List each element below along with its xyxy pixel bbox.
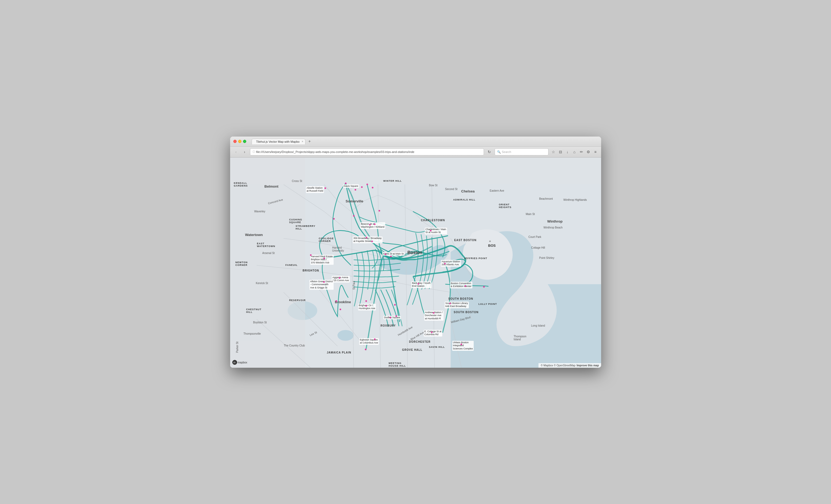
svg-rect-5 xyxy=(230,157,601,184)
title-bar: Tilehut.js Vector Map with Mapbo × + xyxy=(230,137,601,147)
traffic-lights xyxy=(233,140,246,143)
tools-icon[interactable]: ⚙ xyxy=(585,149,592,155)
svg-point-1 xyxy=(337,330,353,340)
reload-button[interactable]: ↻ xyxy=(486,149,492,155)
minimize-button[interactable] xyxy=(238,140,241,143)
nav-bar: ‹ › ⓘ file:///Users/leejoey/Dropbox/_Pro… xyxy=(230,147,601,157)
active-tab[interactable]: Tilehut.js Vector Map with Mapbo × xyxy=(252,139,306,144)
tab-close-icon[interactable]: × xyxy=(302,140,303,143)
url-text: file:///Users/leejoey/Dropbox/_Projects/… xyxy=(256,150,414,153)
menu-icon[interactable]: ≡ xyxy=(593,149,598,155)
pen-icon[interactable]: ✏ xyxy=(578,149,584,155)
improve-map-link[interactable]: Improve this map xyxy=(577,364,599,367)
svg-rect-4 xyxy=(230,157,305,368)
new-tab-button[interactable]: + xyxy=(307,138,313,145)
home-icon[interactable]: ⌂ xyxy=(572,149,577,155)
svg-text:+: + xyxy=(489,239,491,243)
map-container[interactable]: + xyxy=(230,157,601,368)
url-bar[interactable]: ⓘ file:///Users/leejoey/Dropbox/_Project… xyxy=(250,148,484,155)
forward-button[interactable]: › xyxy=(241,149,248,155)
tab-title: Tilehut.js Vector Map with Mapbo xyxy=(256,140,300,143)
bookmark-icon[interactable]: ☆ xyxy=(551,149,556,155)
download-icon[interactable]: ↓ xyxy=(565,149,571,155)
browser-window: Tilehut.js Vector Map with Mapbo × + ‹ ›… xyxy=(230,137,601,368)
nav-icons: ☆ ⊟ ↓ ⌂ ✏ ⚙ ≡ xyxy=(551,149,598,155)
close-button[interactable] xyxy=(233,140,236,143)
info-icon: ⓘ xyxy=(253,150,255,154)
reader-icon[interactable]: ⊟ xyxy=(557,149,564,155)
svg-rect-6 xyxy=(230,340,418,367)
mapbox-logo: m mapbox xyxy=(232,360,251,366)
search-box[interactable]: 🔍 Search xyxy=(495,148,548,155)
map-svg: + xyxy=(230,157,601,368)
svg-text:mapbox: mapbox xyxy=(238,361,247,364)
tab-bar: Tilehut.js Vector Map with Mapbo × + xyxy=(252,138,598,145)
map-credits: © Mapbox © OpenStreetMap Improve this ma… xyxy=(539,363,601,368)
maximize-button[interactable] xyxy=(243,140,246,143)
search-icon: 🔍 xyxy=(497,150,501,154)
search-placeholder: Search xyxy=(502,150,511,153)
mapbox-credit: © Mapbox © OpenStreetMap xyxy=(541,364,575,367)
svg-text:m: m xyxy=(233,361,235,364)
back-button[interactable]: ‹ xyxy=(233,149,239,155)
